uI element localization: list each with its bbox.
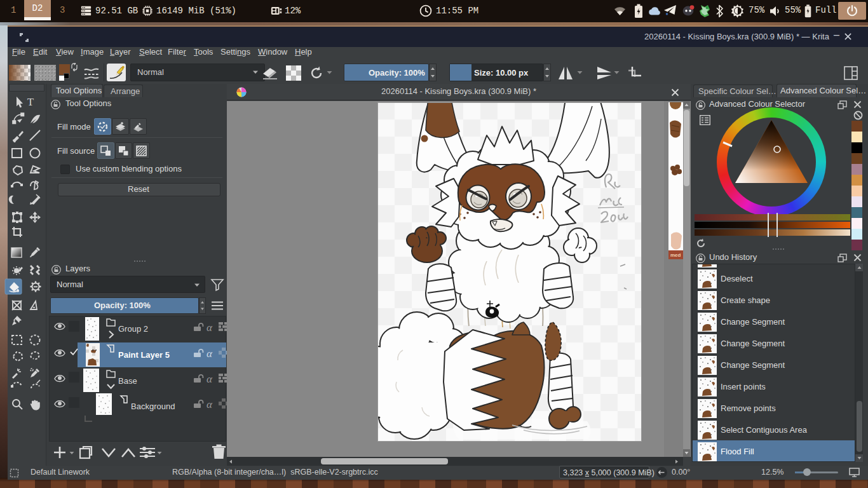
svg-text:T: T <box>27 96 34 108</box>
svg-text:med: med <box>670 252 681 258</box>
